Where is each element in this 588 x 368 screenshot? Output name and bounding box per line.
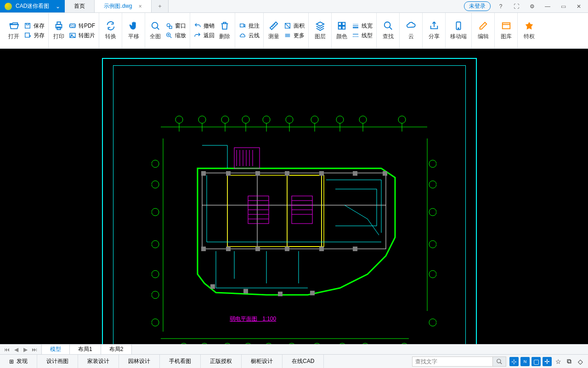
window-button[interactable]: 窗口	[164, 21, 188, 31]
snap-cross-icon[interactable]: ✛	[543, 357, 552, 366]
edit-button[interactable]: 编辑	[475, 19, 492, 42]
next-icon[interactable]: ▶	[21, 346, 29, 353]
close-icon[interactable]: ×	[139, 3, 142, 10]
svg-point-69	[152, 319, 159, 326]
toimg-button[interactable]: 转图片	[67, 31, 97, 40]
star-icon[interactable]: ☆	[553, 356, 563, 367]
app-menu[interactable]: CAD迷你看图 ⌄	[0, 0, 65, 12]
status-link-4[interactable]: 正版授权	[201, 355, 242, 368]
library-button[interactable]: 图库	[498, 19, 514, 42]
status-link-2[interactable]: 园林设计	[119, 355, 160, 368]
saveas-icon	[24, 32, 31, 39]
tag-icon[interactable]: ◇	[575, 356, 585, 367]
last-icon[interactable]: ⏭	[30, 346, 39, 353]
svg-point-64	[152, 181, 159, 188]
drawing-canvas[interactable]: 弱电平面图 1:100	[0, 49, 588, 344]
close-window-icon[interactable]: ✕	[573, 1, 584, 12]
svg-rect-2	[25, 33, 29, 37]
color-button[interactable]: 颜色	[334, 19, 350, 42]
minimize-icon[interactable]: —	[542, 1, 553, 12]
status-link-3[interactable]: 手机看图	[160, 355, 201, 368]
cloudline-button[interactable]: 云线	[237, 31, 261, 40]
tab-file[interactable]: 示例图.dwg ×	[95, 0, 151, 12]
privilege-button[interactable]: 特权	[521, 19, 537, 42]
help-icon[interactable]: ?	[495, 1, 506, 12]
svg-point-43	[286, 116, 293, 123]
share-button[interactable]: 分享	[426, 19, 442, 42]
svg-rect-0	[25, 23, 30, 29]
convert-button[interactable]: 转换	[102, 19, 119, 42]
cloud-icon	[406, 21, 416, 31]
svg-point-10	[152, 23, 158, 29]
search-input[interactable]	[412, 356, 492, 367]
tab-layout2[interactable]: 布局2	[101, 345, 132, 354]
fullscreen-icon[interactable]: ⛶	[511, 1, 522, 12]
measure-button[interactable]: 测量	[266, 19, 282, 42]
delete-button[interactable]: 删除	[216, 19, 233, 42]
undo-button[interactable]: 撤销	[192, 21, 216, 31]
pan-button[interactable]: 平移	[125, 19, 142, 42]
svg-point-41	[263, 116, 270, 123]
tab-add[interactable]: ＋	[152, 0, 169, 12]
open-button[interactable]: 打开	[6, 19, 22, 42]
box-icon[interactable]: ⧉	[564, 356, 574, 367]
status-link-5[interactable]: 橱柜设计	[242, 355, 283, 368]
print-button[interactable]: 打印	[51, 19, 67, 42]
topdf-button[interactable]: PDF转PDF	[67, 21, 97, 31]
drawing-title: 弱电平面图 1:100	[230, 315, 276, 323]
snap-rect-icon[interactable]: ▢	[531, 357, 541, 366]
svg-point-60	[339, 343, 346, 344]
tab-home[interactable]: 首页	[65, 0, 95, 12]
tab-model[interactable]: 模型	[42, 345, 70, 354]
annotate-button[interactable]: 批注	[237, 21, 261, 31]
status-link-0[interactable]: 设计画图	[37, 355, 78, 368]
more-button[interactable]: 更多	[282, 31, 306, 40]
save-button[interactable]: 保存	[22, 21, 46, 31]
svg-rect-115	[210, 284, 215, 289]
svg-rect-110	[226, 247, 231, 251]
snap-endpoint-icon[interactable]: ⊹	[509, 357, 519, 366]
maximize-icon[interactable]: ▭	[558, 1, 569, 12]
zoom-button[interactable]: 缩放	[164, 31, 188, 40]
status-link-1[interactable]: 家装设计	[78, 355, 119, 368]
svg-rect-19	[342, 26, 345, 29]
cloud-button[interactable]: 云	[403, 19, 419, 42]
settings-icon[interactable]: ⚙	[526, 1, 537, 12]
chevron-down-icon: ⌄	[56, 3, 60, 10]
linetype-button[interactable]: 线型	[350, 31, 374, 40]
svg-point-65	[152, 208, 159, 216]
area-button[interactable]: 面积	[282, 21, 306, 31]
snap-node-icon[interactable]: N	[520, 357, 530, 366]
image-icon	[69, 32, 76, 39]
discover-link[interactable]: ⊞发现	[0, 355, 37, 368]
svg-rect-76	[202, 173, 386, 249]
svg-rect-28	[502, 23, 510, 29]
tab-file-label: 示例图.dwg	[104, 2, 132, 10]
svg-rect-4	[57, 22, 60, 25]
saveas-button[interactable]: 另存	[22, 31, 46, 40]
fit-button[interactable]: 全图	[147, 19, 164, 42]
lineweight-button[interactable]: 线宽	[350, 21, 374, 31]
svg-point-119	[497, 359, 501, 362]
svg-point-61	[362, 343, 369, 344]
find-button[interactable]: 查找	[380, 19, 396, 42]
svg-point-55	[224, 343, 231, 344]
back-button[interactable]: 返回	[192, 31, 216, 40]
printer-icon	[54, 21, 64, 31]
svg-point-73	[429, 241, 436, 248]
svg-rect-118	[310, 291, 315, 295]
search-button[interactable]	[492, 356, 506, 367]
prev-icon[interactable]: ◀	[12, 346, 20, 353]
login-button[interactable]: 未登录	[464, 1, 491, 11]
status-link-6[interactable]: 在线CAD	[283, 355, 324, 368]
svg-point-45	[311, 116, 318, 123]
title-right: 未登录 ? ⛶ ⚙ — ▭ ✕	[460, 0, 588, 12]
mobile-button[interactable]: 移动端	[447, 19, 469, 42]
zoom-fit-icon	[150, 21, 160, 31]
svg-rect-95	[234, 148, 260, 168]
tab-layout1[interactable]: 布局1	[70, 345, 101, 354]
svg-point-63	[152, 160, 159, 167]
layers-button[interactable]: 图层	[312, 19, 328, 42]
first-icon[interactable]: ⏮	[3, 346, 11, 353]
share-icon	[429, 21, 439, 31]
